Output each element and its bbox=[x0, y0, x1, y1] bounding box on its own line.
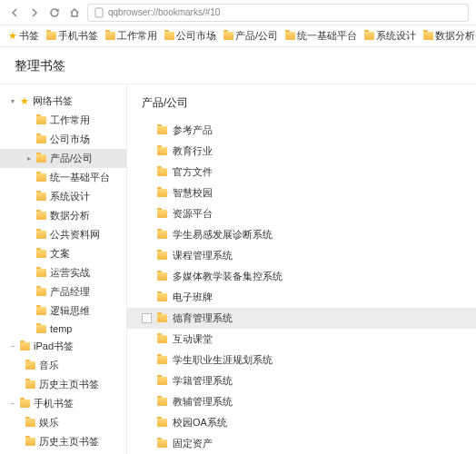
tree-root-phone[interactable]: − 手机书签 bbox=[0, 394, 126, 413]
bookmark-item[interactable]: 统一基础平台 bbox=[283, 27, 360, 44]
page-icon bbox=[94, 7, 104, 18]
address-bar[interactable]: qqbrowser://bookmarks/#10 bbox=[87, 4, 469, 22]
tree-item[interactable]: temp bbox=[0, 321, 126, 337]
tree-item[interactable]: 统一基础平台 bbox=[0, 168, 126, 187]
folder-icon bbox=[157, 356, 167, 364]
list-label: 固定资产 bbox=[173, 437, 213, 450]
home-button[interactable] bbox=[67, 5, 82, 20]
back-button[interactable] bbox=[7, 5, 22, 20]
folder-icon bbox=[36, 269, 46, 277]
list-item[interactable]: 官方文件 bbox=[127, 162, 476, 183]
tree-item[interactable]: 历史主页书签 bbox=[0, 375, 126, 394]
tree-label: 产品经理 bbox=[50, 285, 90, 299]
list-item[interactable]: 智慧校园 bbox=[127, 183, 476, 203]
star-icon: ★ bbox=[8, 30, 17, 42]
folder-icon bbox=[164, 32, 174, 40]
folder-icon bbox=[285, 32, 295, 40]
folder-icon bbox=[157, 168, 167, 176]
bookmark-label: 手机书签 bbox=[58, 29, 98, 43]
tree-label: 娱乐 bbox=[39, 416, 59, 429]
list-item[interactable]: 资源平台 bbox=[127, 203, 476, 224]
tree-item[interactable]: 数据分析 bbox=[0, 206, 126, 225]
folder-icon bbox=[36, 212, 46, 220]
list-item[interactable]: 学生易感发展诊断系统 bbox=[127, 224, 476, 245]
bookmark-item[interactable]: 手机书签 bbox=[44, 27, 101, 44]
bookmark-label: 工作常用 bbox=[117, 29, 157, 43]
tree-item[interactable]: 音乐 bbox=[0, 356, 126, 375]
tree-label: 音乐 bbox=[39, 359, 59, 372]
tree-label: 系统设计 bbox=[50, 190, 90, 203]
folder-icon bbox=[157, 398, 167, 406]
list-item[interactable]: 教辅管理系统 bbox=[127, 391, 476, 412]
folder-icon bbox=[157, 314, 167, 322]
list-item[interactable]: 学生职业生涯规划系统 bbox=[127, 350, 476, 370]
bookmark-item[interactable]: 工作常用 bbox=[103, 27, 160, 44]
reload-button[interactable] bbox=[47, 5, 62, 20]
folder-icon bbox=[157, 419, 167, 427]
list-item[interactable]: 课程管理系统 bbox=[127, 245, 476, 266]
svg-rect-0 bbox=[95, 8, 103, 17]
tree-label: 运营实战 bbox=[50, 266, 90, 280]
folder-icon bbox=[364, 32, 374, 40]
tree-label: 历史主页书签 bbox=[39, 378, 99, 391]
folder-icon bbox=[157, 439, 167, 448]
list-item[interactable]: 电子班牌 bbox=[127, 287, 476, 308]
folder-icon bbox=[36, 173, 46, 182]
bookmark-item[interactable]: 系统设计 bbox=[362, 27, 419, 44]
tree-item[interactable]: 系统设计 bbox=[0, 187, 126, 206]
tree-label: 数据分析 bbox=[50, 209, 90, 222]
tree-item[interactable]: 产品经理 bbox=[0, 282, 126, 301]
list-label: 官方文件 bbox=[173, 165, 213, 179]
tree-item[interactable]: ▸产品/公司 bbox=[0, 149, 126, 168]
bookmark-item[interactable]: 数据分析 bbox=[421, 27, 476, 44]
list-label: 资源平台 bbox=[173, 207, 213, 221]
checkbox[interactable] bbox=[142, 313, 152, 323]
tree-item[interactable]: 工作常用 bbox=[0, 111, 126, 130]
bookmarks-root[interactable]: ★书签 bbox=[5, 27, 42, 44]
list-item[interactable]: 德育管理系统 bbox=[127, 308, 476, 329]
folder-icon bbox=[157, 231, 167, 239]
chevron-right-icon: ▸ bbox=[25, 154, 33, 163]
bookmarks-bar: ★书签 手机书签工作常用公司市场产品/公司统一基础平台系统设计数据分析公共资料网… bbox=[0, 25, 476, 47]
folder-icon bbox=[46, 32, 56, 40]
tree-item[interactable]: 公共资料网 bbox=[0, 225, 126, 244]
tree-item[interactable]: 公司市场 bbox=[0, 130, 126, 149]
tree-item[interactable]: 娱乐 bbox=[0, 413, 126, 432]
chevron-down-icon: ▾ bbox=[9, 97, 16, 105]
folder-icon bbox=[157, 272, 167, 281]
tree-item[interactable]: 逻辑思维 bbox=[0, 301, 126, 321]
tree-item[interactable]: 运营实战 bbox=[0, 263, 126, 282]
list-item[interactable]: 固定资产 bbox=[127, 433, 476, 454]
tree-label: temp bbox=[50, 323, 72, 334]
main-panel: 产品/公司 参考产品教育行业官方文件智慧校园资源平台学生易感发展诊断系统课程管理… bbox=[127, 84, 476, 454]
list-label: 学生易感发展诊断系统 bbox=[173, 228, 273, 242]
folder-icon bbox=[423, 32, 433, 40]
folder-icon bbox=[20, 400, 30, 408]
tree-label: 公司市场 bbox=[50, 133, 90, 146]
list-item[interactable]: 学籍管理系统 bbox=[127, 370, 476, 391]
bookmark-label: 数据分析 bbox=[435, 29, 475, 43]
content-area: ▾ ★ 网络书签 工作常用公司市场▸产品/公司统一基础平台系统设计数据分析公共资… bbox=[0, 84, 476, 454]
minus-icon: − bbox=[9, 400, 16, 408]
tree-label: 网络书签 bbox=[33, 94, 73, 108]
list-item[interactable]: 多媒体教学装备集控系统 bbox=[127, 266, 476, 287]
tree-item[interactable]: 文案 bbox=[0, 244, 126, 263]
folder-icon bbox=[157, 210, 167, 218]
forward-button[interactable] bbox=[27, 5, 42, 20]
list-label: 课程管理系统 bbox=[173, 249, 233, 262]
star-icon: ★ bbox=[20, 95, 29, 107]
folder-icon bbox=[36, 250, 46, 258]
list-label: 教育行业 bbox=[173, 144, 213, 158]
tree-item[interactable]: 历史主页书签 bbox=[0, 432, 126, 451]
bookmark-item[interactable]: 产品/公司 bbox=[221, 27, 281, 44]
list-item[interactable]: 互动课堂 bbox=[127, 329, 476, 350]
list-item[interactable]: 校园OA系统 bbox=[127, 412, 476, 433]
tree-root-web[interactable]: ▾ ★ 网络书签 bbox=[0, 92, 126, 111]
bookmark-item[interactable]: 公司市场 bbox=[162, 27, 219, 44]
list-label: 学籍管理系统 bbox=[173, 374, 233, 388]
list-item[interactable]: 教育行业 bbox=[127, 141, 476, 162]
list-item[interactable]: 参考产品 bbox=[127, 120, 476, 141]
folder-icon bbox=[36, 116, 46, 124]
tree-root-ipad[interactable]: − iPad书签 bbox=[0, 337, 126, 356]
tree-label: 工作常用 bbox=[50, 114, 90, 127]
